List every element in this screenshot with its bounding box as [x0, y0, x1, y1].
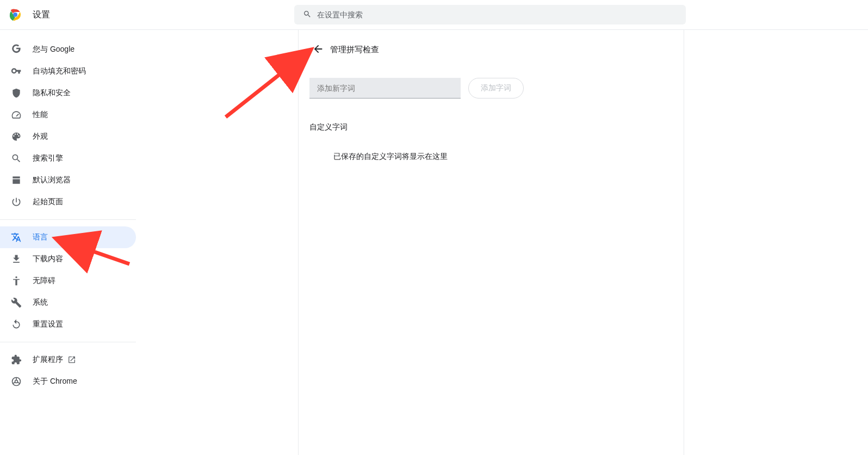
sidebar-item-you-google[interactable]: 您与 Google [0, 39, 136, 60]
sidebar-item-about[interactable]: 关于 Chrome [0, 371, 136, 392]
sidebar-item-label: 隐私和安全 [33, 88, 71, 98]
back-button[interactable] [309, 41, 327, 58]
sidebar-item-search-engine[interactable]: 搜索引擎 [0, 147, 136, 169]
main-content: 管理拼写检查 添加字词 自定义字词 已保存的自定义字词将显示在这里 [298, 30, 684, 455]
search-icon [11, 153, 22, 164]
download-icon [11, 254, 22, 265]
speed-icon [11, 109, 22, 120]
app-title: 设置 [33, 9, 50, 21]
sidebar-item-system[interactable]: 系统 [0, 292, 136, 313]
accessibility-icon [11, 275, 22, 286]
sidebar-divider [0, 219, 136, 220]
sidebar-item-label: 语言 [33, 232, 48, 242]
page-header: 管理拼写检查 [309, 41, 673, 58]
sidebar-item-label: 下载内容 [33, 254, 63, 264]
palette-icon [11, 131, 22, 142]
custom-words-label: 自定义字词 [309, 122, 673, 132]
sidebar-item-label: 外观 [33, 132, 48, 142]
svg-point-1 [15, 276, 17, 278]
sidebar-item-appearance[interactable]: 外观 [0, 126, 136, 147]
sidebar-item-label: 自动填充和密码 [33, 66, 86, 76]
sidebar-item-label: 默认浏览器 [33, 175, 71, 185]
empty-message: 已保存的自定义字词将显示在这里 [333, 152, 673, 162]
google-icon [11, 44, 22, 55]
sidebar-item-startup[interactable]: 起始页面 [0, 191, 136, 213]
add-word-button[interactable]: 添加字词 [468, 78, 524, 99]
browser-icon [11, 175, 22, 186]
power-icon [11, 196, 22, 207]
arrow-left-icon [312, 43, 324, 57]
sidebar-item-performance[interactable]: 性能 [0, 104, 136, 126]
sidebar-item-label: 重置设置 [33, 319, 63, 329]
sidebar: 您与 Google 自动填充和密码 隐私和安全 性能 外观 搜索引擎 默认浏览器… [0, 30, 136, 455]
search-input[interactable] [317, 10, 677, 19]
sidebar-item-accessibility[interactable]: 无障碍 [0, 270, 136, 292]
container: 您与 Google 自动填充和密码 隐私和安全 性能 外观 搜索引擎 默认浏览器… [0, 30, 868, 455]
external-link-icon [67, 355, 76, 364]
page-title: 管理拼写检查 [330, 45, 379, 55]
shield-icon [11, 88, 22, 99]
app-header: 设置 [0, 0, 868, 30]
svg-point-3 [15, 380, 18, 383]
extension-icon [11, 354, 22, 365]
sidebar-item-languages[interactable]: 语言 [0, 226, 136, 248]
sidebar-item-default-browser[interactable]: 默认浏览器 [0, 169, 136, 191]
sidebar-divider [0, 342, 136, 342]
sidebar-item-label: 关于 Chrome [33, 377, 77, 386]
sidebar-item-downloads[interactable]: 下载内容 [0, 248, 136, 270]
sidebar-item-reset[interactable]: 重置设置 [0, 313, 136, 335]
sidebar-item-label: 您与 Google [33, 45, 75, 54]
sidebar-item-label: 性能 [33, 110, 48, 120]
content-wrap: 管理拼写检查 添加字词 自定义字词 已保存的自定义字词将显示在这里 [136, 30, 868, 455]
sidebar-item-autofill[interactable]: 自动填充和密码 [0, 60, 136, 82]
add-word-input[interactable] [309, 78, 461, 99]
translate-icon [11, 232, 22, 243]
chrome-icon [11, 376, 22, 387]
sidebar-item-label: 扩展程序 [33, 355, 63, 365]
chrome-logo-icon [9, 8, 22, 21]
wrench-icon [11, 297, 22, 308]
sidebar-item-label: 系统 [33, 298, 48, 308]
key-icon [11, 66, 22, 77]
sidebar-item-label: 搜索引擎 [33, 153, 63, 163]
add-word-row: 添加字词 [309, 78, 673, 99]
sidebar-item-label: 起始页面 [33, 197, 63, 207]
sidebar-item-label: 无障碍 [33, 276, 55, 286]
reset-icon [11, 319, 22, 330]
search-box[interactable] [294, 5, 686, 24]
sidebar-item-privacy[interactable]: 隐私和安全 [0, 82, 136, 104]
sidebar-item-extensions[interactable]: 扩展程序 [0, 349, 136, 371]
search-icon [303, 10, 317, 20]
